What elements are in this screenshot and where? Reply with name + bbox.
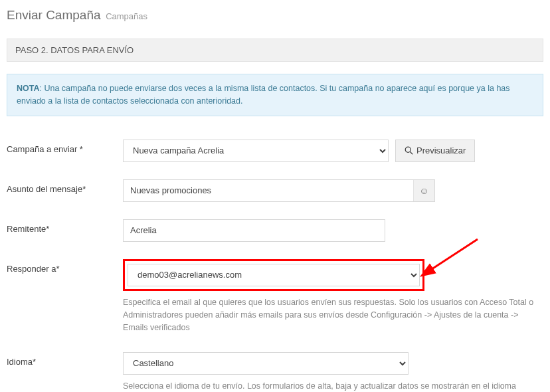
label-sender: Remitente* — [7, 219, 123, 234]
row-campaign: Campaña a enviar * Nueva campaña Acrelia… — [7, 131, 543, 171]
row-sender: Remitente* — [7, 211, 543, 250]
row-language: Idioma* Castellano Selecciona el idioma … — [7, 343, 543, 392]
page-header: Enviar Campaña Campañas — [7, 5, 543, 29]
zoom-icon — [405, 146, 413, 155]
row-subject: Asunto del mensaje* ☺ — [7, 171, 543, 211]
highlight-annotation: demo03@acrelianews.com — [123, 259, 424, 291]
note-box: NOTA: Una campaña no puede enviarse dos … — [7, 74, 543, 116]
preview-button-label: Previsualizar — [416, 146, 466, 155]
reply-to-select[interactable]: demo03@acrelianews.com — [128, 264, 420, 286]
smile-icon: ☺ — [419, 185, 428, 196]
row-reply-to: Responder a* demo03@acrelianews.com — [7, 250, 543, 343]
note-label: NOTA — [17, 84, 40, 93]
label-campaign: Campaña a enviar * — [7, 140, 123, 154]
emoji-button[interactable]: ☺ — [413, 180, 434, 201]
subject-input[interactable] — [123, 179, 435, 202]
label-subject: Asunto del mensaje* — [7, 179, 123, 194]
svg-point-0 — [405, 147, 411, 152]
breadcrumb: Campañas — [106, 11, 147, 21]
page-title: Enviar Campaña — [7, 8, 101, 22]
campaign-select[interactable]: Nueva campaña Acrelia — [123, 140, 389, 162]
note-text: : Una campaña no puede enviarse dos vece… — [17, 84, 510, 106]
preview-button[interactable]: Previsualizar — [395, 140, 475, 162]
sender-input[interactable] — [123, 219, 385, 242]
help-reply-to: Especifica el email al que quieres que l… — [123, 296, 535, 335]
help-language: Selecciona el idioma de tu envío. Los fo… — [123, 380, 535, 392]
svg-line-1 — [411, 152, 413, 155]
label-reply-to: Responder a* — [7, 259, 123, 274]
section-step-title: PASO 2. DATOS PARA ENVÍO — [7, 39, 543, 62]
language-select[interactable]: Castellano — [123, 352, 409, 375]
label-language: Idioma* — [7, 352, 123, 367]
